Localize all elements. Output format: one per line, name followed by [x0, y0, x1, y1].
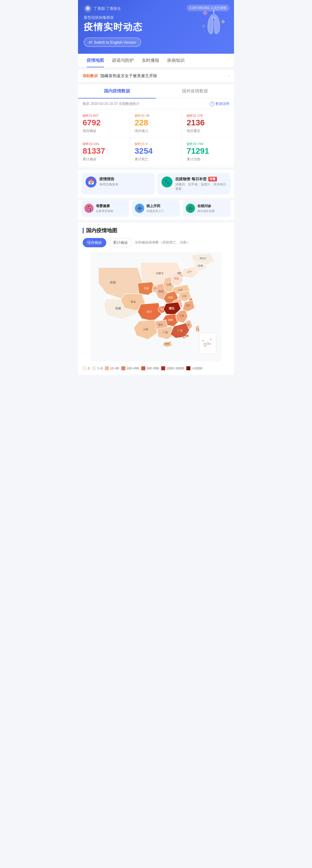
- stat-value: 228: [135, 118, 177, 127]
- map-controls: 现存确诊 累计确诊 当前确诊病例数（排除死亡、治愈）: [83, 238, 229, 247]
- svg-text:山西: 山西: [166, 283, 171, 286]
- stat-delta: 较昨日-178: [187, 114, 229, 118]
- stat-delta: 较昨日+4: [135, 142, 177, 146]
- stat-value: 3254: [135, 147, 177, 156]
- service-desc: 在家孕育指南: [96, 209, 113, 213]
- data-section: 国内疫情数据 国外疫情数据 截至 2020-03-20 16:37 全国数据统计…: [78, 84, 234, 167]
- data-tabs: 国内疫情数据 国外疫情数据: [78, 84, 234, 98]
- limited-badge: 限量: [208, 177, 217, 181]
- china-map-svg: 新疆 西藏 内蒙古 甘肃 青海 宁夏 陕西 山西 河北: [83, 252, 229, 362]
- svg-text:河北: 河北: [174, 277, 179, 280]
- news-tag: 深刻教训: [83, 73, 98, 79]
- lang-switch-label: Switch to English Version: [94, 40, 136, 44]
- btn-total-confirmed[interactable]: 累计确诊: [108, 238, 132, 247]
- service-desc: 快递送货上门: [147, 209, 164, 213]
- svg-text:青海: 青海: [131, 301, 136, 303]
- stat-total-confirmed: 较昨日+101 81337 累计确诊: [78, 138, 130, 166]
- map-desc: 当前确诊病例数（排除死亡、治愈）: [135, 240, 190, 245]
- legend-color-1: [92, 366, 96, 370]
- stat-delta: 较昨日+39: [135, 114, 177, 118]
- question-icon: ?: [210, 102, 214, 106]
- legend-color-0: [83, 366, 87, 370]
- svg-text:西藏: 西藏: [115, 307, 121, 310]
- svg-text:新疆: 新疆: [110, 280, 116, 284]
- service-desc: 湖北地区免费: [197, 209, 215, 213]
- service-consult[interactable]: ➕ 在线问诊 湖北地区免费: [183, 200, 230, 217]
- stats-grid: 较昨日-647 6792 现存确诊 较昨日+39 228 境外输入 较昨日-17…: [78, 110, 234, 167]
- svg-text:四川: 四川: [147, 310, 152, 313]
- service-title: 抗疫物资 每日补货 限量: [175, 177, 226, 182]
- tab-domestic[interactable]: 国内疫情数据: [78, 84, 156, 98]
- legend-item-1: 1~9: [92, 366, 102, 370]
- svg-text:北京: 北京: [177, 272, 181, 274]
- stat-value: 2136: [187, 118, 229, 127]
- report-icon: 📅: [86, 177, 96, 187]
- svg-text:江西: 江西: [179, 315, 184, 317]
- stat-delta: 较昨日+101: [83, 142, 125, 146]
- stat-recovered: 较昨日+744 71291 累计治愈: [182, 138, 234, 166]
- medicine-icon: ➕: [135, 204, 144, 213]
- stat-severe: 较昨日-178 2136 现存重症: [182, 110, 234, 138]
- service-title: 母婴健康: [96, 204, 113, 209]
- svg-text:云南: 云南: [143, 328, 148, 331]
- meta-note[interactable]: ? 数据说明: [210, 101, 229, 106]
- nav-item-map[interactable]: 疫情地图: [83, 54, 108, 67]
- consult-icon: ➕: [186, 204, 195, 213]
- btn-current-confirmed[interactable]: 现存确诊: [83, 238, 106, 247]
- svg-text:台湾: 台湾: [195, 328, 199, 330]
- view-count: 3,207,683,801 人次已浏览: [187, 5, 229, 11]
- legend-color-5: [161, 366, 165, 370]
- svg-point-44: [207, 341, 208, 343]
- svg-point-0: [84, 5, 92, 12]
- svg-text:南海诸岛: 南海诸岛: [204, 343, 212, 345]
- header: 丁香园·丁香医生 3,207,683,801 人次已浏览 新型冠状病毒肺炎 疫情…: [78, 0, 234, 54]
- tab-overseas[interactable]: 国外疫情数据: [156, 84, 234, 98]
- nav-item-rumor[interactable]: 辟谣与防护: [108, 54, 138, 67]
- nav-item-live[interactable]: 实时播报: [138, 54, 163, 67]
- legend-item-2: 10~99: [105, 366, 119, 370]
- legend-color-3: [121, 366, 125, 370]
- meta-date: 截至 2020-03-20 16:37 全国数据统计: [83, 101, 139, 106]
- section-header: 国内疫情地图: [83, 227, 229, 234]
- nav-item-disease[interactable]: 疾病知识: [163, 54, 189, 67]
- header-subtitle: 新型冠状病毒肺炎: [84, 15, 228, 20]
- svg-text:澳门: 澳门: [183, 337, 186, 338]
- supplies-icon: 🐾: [161, 177, 173, 187]
- logo-icon: [84, 5, 92, 13]
- service-supplies[interactable]: 🐾 抗疫物资 每日补货 限量 消毒剂、洗手液、温度计，库存每日更新: [157, 173, 230, 194]
- news-text: 隐瞒发热返京女子被美雇主开除: [100, 73, 226, 79]
- logo-text: 丁香园·丁香医生: [94, 6, 121, 11]
- map-container: 新疆 西藏 内蒙古 甘肃 青海 宁夏 陕西 山西 河北: [83, 252, 229, 363]
- svg-text:贵州: 贵州: [158, 323, 163, 326]
- svg-text:广东: 广东: [177, 329, 183, 332]
- legend-color-2: [105, 366, 109, 370]
- svg-text:河南: 河南: [168, 296, 173, 299]
- service-medicine[interactable]: ➕ 线上开药 快递送货上门: [132, 200, 180, 217]
- stat-value: 71291: [187, 147, 229, 156]
- stat-label: 累计确诊: [83, 157, 125, 162]
- stat-value: 81337: [83, 147, 125, 156]
- lang-switch-button[interactable]: ⇄ Switch to English Version: [84, 37, 141, 47]
- section-bar: [83, 228, 84, 234]
- map-legend: 0 1~9 10~99 100~499 500~999 1000~10000 >…: [83, 366, 229, 370]
- svg-text:海南: 海南: [165, 343, 169, 345]
- news-arrow-icon: ›: [228, 73, 229, 79]
- legend-color-6: [186, 366, 190, 370]
- stat-current-confirmed: 较昨日-647 6792 现存确诊: [78, 110, 130, 138]
- service-report[interactable]: 📅 疫情报告 每周五晚发布: [82, 173, 155, 194]
- stat-label: 现存确诊: [83, 128, 125, 133]
- legend-item-3: 100~499: [121, 366, 139, 370]
- svg-text:陕西: 陕西: [159, 290, 164, 293]
- map-section: 国内疫情地图 现存确诊 累计确诊 当前确诊病例数（排除死亡、治愈） 新疆 西藏 …: [78, 222, 234, 375]
- svg-text:香港: 香港: [185, 335, 189, 337]
- stat-label: 累计治愈: [187, 157, 229, 162]
- news-banner[interactable]: 深刻教训 隐瞒发热返京女子被美雇主开除 ›: [78, 70, 234, 82]
- service-desc: 消毒剂、洗手液、温度计，库存每日更新: [175, 182, 226, 191]
- services-bottom: 🤱 母婴健康 在家孕育指南 ➕ 线上开药 快递送货上门 ➕ 在线问诊 湖北地区免…: [78, 200, 234, 220]
- svg-text:广西: 广西: [163, 331, 168, 334]
- svg-point-43: [202, 340, 204, 341]
- svg-text:辽宁: 辽宁: [187, 271, 192, 273]
- service-maternal[interactable]: 🤱 母婴健康 在家孕育指南: [82, 200, 129, 217]
- legend-item-6: >10000: [186, 366, 202, 370]
- legend-color-4: [141, 366, 145, 370]
